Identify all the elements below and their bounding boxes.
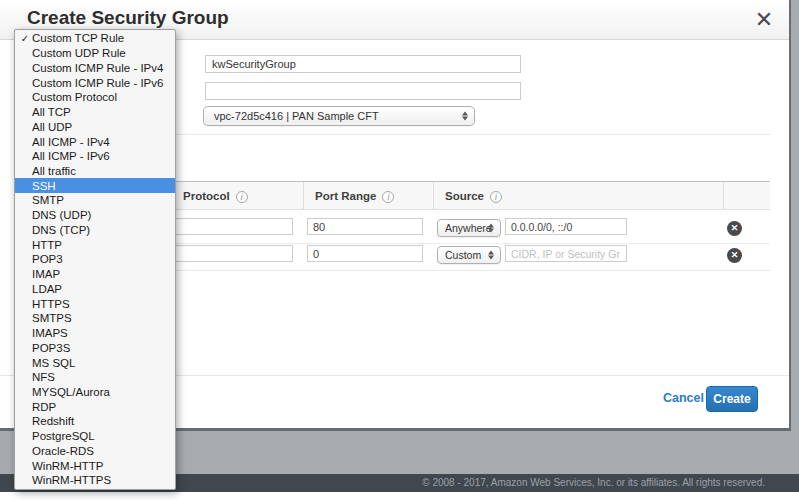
source-type-select-row1[interactable]: Anywhere xyxy=(437,219,501,237)
dropdown-item-custom-tcp-rule[interactable]: ✓Custom TCP Rule xyxy=(15,31,175,46)
dropdown-item-label: All TCP xyxy=(32,106,71,118)
close-icon[interactable]: ✕ xyxy=(750,6,778,34)
dropdown-item-mysql-aurora[interactable]: MYSQL/Aurora xyxy=(15,385,175,400)
dropdown-item-label: SSH xyxy=(32,180,56,192)
dropdown-item-label: WinRM-HTTP xyxy=(32,460,104,472)
dropdown-item-redshift[interactable]: Redshift xyxy=(15,414,175,429)
select-stepper-icon xyxy=(462,112,468,121)
dropdown-item-smtps[interactable]: SMTPS xyxy=(15,311,175,326)
dropdown-item-dns-udp-[interactable]: DNS (UDP) xyxy=(15,208,175,223)
dropdown-item-label: Custom TCP Rule xyxy=(32,32,124,44)
dropdown-item-label: LDAP xyxy=(32,283,62,295)
info-icon[interactable]: i xyxy=(490,191,502,203)
dialog-title: Create Security Group xyxy=(27,7,229,29)
dropdown-item-winrm-https[interactable]: WinRM-HTTPS xyxy=(15,473,175,488)
dropdown-item-label: IMAPS xyxy=(32,327,68,339)
source-type-select-row2[interactable]: Custom xyxy=(437,246,501,264)
copyright-text: © 2008 - 2017, Amazon Web Services, Inc.… xyxy=(422,477,765,488)
dropdown-item-custom-icmp-rule-ipv4[interactable]: Custom ICMP Rule - IPv4 xyxy=(15,60,175,75)
dropdown-item-label: All ICMP - IPv6 xyxy=(32,150,110,162)
dropdown-item-label: NFS xyxy=(32,371,55,383)
dropdown-item-label: Custom ICMP Rule - IPv4 xyxy=(32,62,163,74)
dropdown-item-label: HTTPS xyxy=(32,298,70,310)
dropdown-item-all-traffic[interactable]: All traffic xyxy=(15,164,175,179)
port-range-field-row2[interactable] xyxy=(307,245,423,262)
cancel-button[interactable]: Cancel xyxy=(663,391,704,405)
vpc-select-value: vpc-72d5c416 | PAN Sample CFT xyxy=(214,110,379,122)
security-group-name-input[interactable] xyxy=(205,55,521,73)
dropdown-item-imaps[interactable]: IMAPS xyxy=(15,326,175,341)
dropdown-item-imap[interactable]: IMAP xyxy=(15,267,175,282)
dropdown-item-pop3s[interactable]: POP3S xyxy=(15,340,175,355)
dropdown-item-label: DNS (TCP) xyxy=(32,224,90,236)
dropdown-item-label: POP3S xyxy=(32,342,70,354)
description-input[interactable] xyxy=(205,82,521,100)
dropdown-item-smtp[interactable]: SMTP xyxy=(15,193,175,208)
dropdown-item-all-icmp-ipv4[interactable]: All ICMP - IPv4 xyxy=(15,134,175,149)
dropdown-item-label: DNS (UDP) xyxy=(32,209,91,221)
create-button[interactable]: Create xyxy=(706,386,758,412)
dropdown-item-label: RDP xyxy=(32,401,56,413)
dropdown-item-custom-icmp-rule-ipv6[interactable]: Custom ICMP Rule - IPv6 xyxy=(15,75,175,90)
dropdown-item-ms-sql[interactable]: MS SQL xyxy=(15,355,175,370)
dropdown-item-label: Custom UDP Rule xyxy=(32,47,126,59)
dropdown-item-label: MYSQL/Aurora xyxy=(32,386,110,398)
dropdown-item-ldap[interactable]: LDAP xyxy=(15,281,175,296)
dropdown-item-label: Oracle-RDS xyxy=(32,445,94,457)
dropdown-item-label: PostgreSQL xyxy=(32,430,95,442)
dropdown-item-https[interactable]: HTTPS xyxy=(15,296,175,311)
vpc-select[interactable]: vpc-72d5c416 | PAN Sample CFT xyxy=(203,106,475,126)
dropdown-item-postgresql[interactable]: PostgreSQL xyxy=(15,429,175,444)
dropdown-item-label: Custom ICMP Rule - IPv6 xyxy=(32,77,163,89)
dropdown-item-ssh[interactable]: SSH xyxy=(15,178,175,193)
dropdown-item-nfs[interactable]: NFS xyxy=(15,370,175,385)
dropdown-item-label: Redshift xyxy=(32,415,74,427)
info-icon[interactable]: i xyxy=(382,191,394,203)
select-stepper-icon xyxy=(488,224,494,233)
dropdown-item-label: SMTPS xyxy=(32,312,72,324)
source-cidr-field-row1[interactable] xyxy=(505,218,627,235)
dropdown-item-label: HTTP xyxy=(32,239,62,251)
dropdown-item-rdp[interactable]: RDP xyxy=(15,399,175,414)
dropdown-item-custom-udp-rule[interactable]: Custom UDP Rule xyxy=(15,46,175,61)
dropdown-item-label: All UDP xyxy=(32,121,72,133)
dropdown-item-oracle-rds[interactable]: Oracle-RDS xyxy=(15,444,175,459)
dropdown-item-all-tcp[interactable]: All TCP xyxy=(15,105,175,120)
dropdown-item-winrm-http[interactable]: WinRM-HTTP xyxy=(15,458,175,473)
select-stepper-icon xyxy=(488,251,494,260)
dropdown-item-dns-tcp-[interactable]: DNS (TCP) xyxy=(15,223,175,238)
protocol-type-dropdown: ✓Custom TCP RuleCustom UDP RuleCustom IC… xyxy=(14,29,176,490)
dropdown-item-label: IMAP xyxy=(32,268,60,280)
source-column-header: Sourcei xyxy=(445,190,502,203)
port-range-column-header: Port Rangei xyxy=(315,190,394,203)
delete-rule-icon[interactable]: ✕ xyxy=(727,221,742,236)
dropdown-item-label: All ICMP - IPv4 xyxy=(32,136,110,148)
info-icon[interactable]: i xyxy=(236,191,248,203)
dropdown-item-all-icmp-ipv6[interactable]: All ICMP - IPv6 xyxy=(15,149,175,164)
dropdown-item-label: All traffic xyxy=(32,165,76,177)
dropdown-item-custom-protocol[interactable]: Custom Protocol xyxy=(15,90,175,105)
source-cidr-field-row2[interactable] xyxy=(505,245,627,262)
checkmark-icon: ✓ xyxy=(19,33,31,44)
dropdown-item-label: WinRM-HTTPS xyxy=(32,474,111,486)
dropdown-item-label: POP3 xyxy=(32,253,63,265)
dropdown-item-all-udp[interactable]: All UDP xyxy=(15,119,175,134)
delete-rule-icon[interactable]: ✕ xyxy=(727,248,742,263)
dropdown-item-label: SMTP xyxy=(32,194,64,206)
protocol-column-header: Protocoli xyxy=(183,190,248,203)
dropdown-item-label: Custom Protocol xyxy=(32,91,117,103)
dropdown-item-label: MS SQL xyxy=(32,357,75,369)
dropdown-item-http[interactable]: HTTP xyxy=(15,237,175,252)
port-range-field-row1[interactable] xyxy=(307,218,423,235)
dropdown-item-pop3[interactable]: POP3 xyxy=(15,252,175,267)
